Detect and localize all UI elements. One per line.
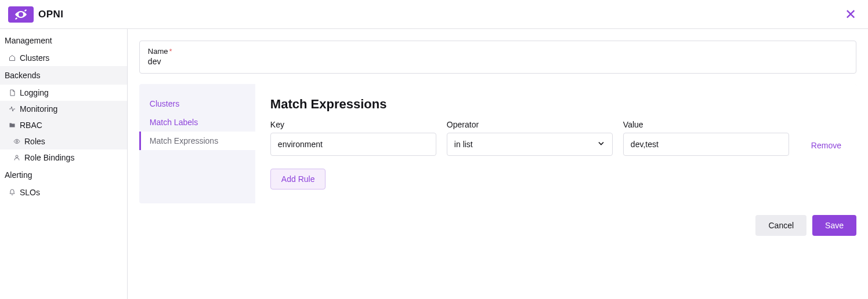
eye-icon (13, 137, 21, 145)
sidebar-item-monitoring[interactable]: Monitoring (0, 101, 127, 117)
sidebar-item-logging[interactable]: Logging (0, 85, 127, 101)
main-content: Name * Clusters Match Labels Match Expre… (128, 29, 868, 299)
brand-name: OPNI (38, 9, 64, 20)
value-input[interactable] (623, 133, 789, 156)
sidebar-item-role-bindings[interactable]: Role Bindings (0, 150, 127, 166)
document-icon (8, 89, 16, 97)
panel-body: Match Expressions Key Operator (255, 84, 856, 203)
sidebar-item-label: Monitoring (20, 104, 57, 114)
add-rule-button[interactable]: Add Rule (270, 169, 326, 189)
footer-actions: Cancel Save (139, 215, 856, 236)
sidebar-item-label: Logging (20, 88, 49, 97)
save-button[interactable]: Save (812, 215, 856, 236)
brand: OPNI (8, 6, 64, 23)
name-field-container: Name * (139, 41, 856, 74)
bell-icon (8, 188, 16, 196)
operator-label: Operator (447, 120, 613, 129)
expression-row: Key Operator Value (270, 120, 841, 156)
name-input[interactable] (148, 57, 848, 66)
app-header: OPNI ✕ (0, 0, 868, 29)
sidebar-item-label: RBAC (20, 121, 42, 130)
tab-match-labels[interactable]: Match Labels (139, 113, 255, 132)
home-icon (8, 54, 16, 62)
sidebar-item-slos[interactable]: SLOs (0, 184, 127, 200)
activity-icon (8, 105, 16, 113)
sidebar-item-label: Roles (24, 137, 45, 146)
tab-clusters[interactable]: Clusters (139, 94, 255, 113)
operator-select[interactable] (447, 133, 613, 156)
name-label: Name * (148, 47, 848, 56)
close-icon[interactable]: ✕ (845, 6, 856, 23)
brand-icon (8, 6, 34, 23)
tab-match-expressions[interactable]: Match Expressions (139, 132, 255, 150)
cancel-button[interactable]: Cancel (755, 215, 806, 236)
user-icon (13, 154, 21, 162)
value-label: Value (623, 120, 789, 129)
sidebar-item-roles[interactable]: Roles (0, 133, 127, 150)
sidebar-item-clusters[interactable]: Clusters (0, 50, 127, 66)
folder-icon (8, 121, 16, 129)
nav-section-management: Management (0, 31, 127, 50)
svg-point-1 (16, 155, 18, 158)
key-label: Key (270, 120, 436, 129)
sidebar-item-rbac[interactable]: RBAC (0, 117, 127, 133)
nav-section-alerting: Alerting (0, 166, 127, 184)
nav-section-backends: Backends (0, 66, 127, 85)
key-input[interactable] (270, 133, 436, 156)
name-label-text: Name (148, 47, 168, 56)
sidebar-item-label: SLOs (20, 188, 40, 197)
match-expressions-title: Match Expressions (270, 97, 841, 112)
sidebar-item-label: Clusters (20, 53, 49, 63)
svg-point-0 (16, 141, 18, 143)
sidebar: Management Clusters Backends Logging Mon… (0, 29, 128, 299)
remove-button[interactable]: Remove (811, 141, 841, 156)
sidebar-item-label: Role Bindings (24, 153, 74, 162)
panel-tabs: Clusters Match Labels Match Expressions (139, 84, 255, 203)
required-indicator: * (169, 47, 172, 56)
config-panel: Clusters Match Labels Match Expressions … (139, 84, 856, 203)
